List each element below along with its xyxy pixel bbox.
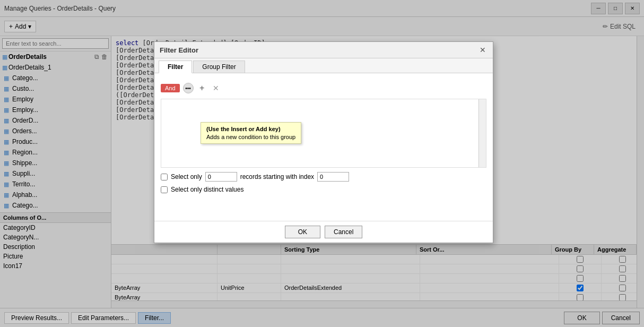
modal-overlay: Filter Editor ✕ Filter Group Filter And … [0,0,644,327]
tab-filter[interactable]: Filter [159,61,192,73]
and-button[interactable]: And [161,84,180,92]
filter-row: And ••• + ✕ [161,80,486,97]
records-count-input[interactable] [205,172,237,182]
distinct-values-checkbox[interactable] [161,186,168,193]
index-input[interactable] [317,172,349,182]
tooltip: (Use the Insert or Add key) Adds a new c… [201,122,301,144]
records-label: records starting with index [240,173,314,180]
distinct-values-row: Select only distinct values [161,186,486,193]
modal-tabs: Filter Group Filter [154,58,493,73]
select-only-label: Select only [171,173,202,180]
modal-ok-button[interactable]: OK [285,226,320,238]
tab-group-filter[interactable]: Group Filter [193,61,245,73]
add-condition-button[interactable]: + [197,83,207,93]
filter-editor-modal: Filter Editor ✕ Filter Group Filter And … [154,41,493,243]
modal-body: And ••• + ✕ (Use the Insert or Add key) … [154,73,493,221]
filter-conditions-area: And ••• + ✕ (Use the Insert or Add key) … [161,80,486,97]
modal-close-button[interactable]: ✕ [478,45,488,55]
select-only-checkbox[interactable] [161,174,168,180]
tooltip-body: Adds a new condition to this group [206,134,295,140]
modal-cancel-button[interactable]: Cancel [325,226,362,238]
remove-condition-button[interactable]: ✕ [211,83,221,93]
modal-title-bar: Filter Editor ✕ [154,42,493,58]
dots-button[interactable]: ••• [183,83,194,93]
modal-footer: OK Cancel [154,221,493,243]
select-only-row: Select only records starting with index [161,172,486,182]
tooltip-title: (Use the Insert or Add key) [206,126,295,132]
modal-scroll-track[interactable] [478,99,486,167]
distinct-values-label: Select only distinct values [171,186,243,193]
modal-title: Filter Editor [160,46,198,54]
